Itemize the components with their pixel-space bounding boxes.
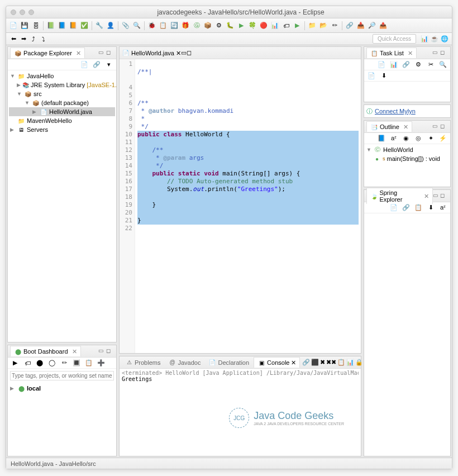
- tool-icon[interactable]: 🔗: [401, 60, 411, 70]
- tool-icon[interactable]: 📘: [376, 134, 387, 144]
- tool-icon[interactable]: ⬤: [35, 358, 45, 368]
- tool-icon[interactable]: 🔎: [367, 21, 377, 31]
- code-editor[interactable]: 145678910111213141516171819202122 /**| /…: [120, 59, 361, 353]
- console-tab[interactable]: ▣Console ✕: [254, 357, 300, 368]
- tool-icon[interactable]: 📄: [366, 71, 376, 81]
- close-icon[interactable]: ✕: [408, 50, 413, 57]
- tool-icon[interactable]: ◯: [47, 358, 57, 368]
- tool-icon[interactable]: ⬅: [8, 34, 18, 44]
- tool-icon[interactable]: 🔗: [302, 358, 310, 368]
- perspective-java-icon[interactable]: ☕: [430, 34, 440, 44]
- maximize-icon[interactable]: ◻: [440, 49, 448, 57]
- task-list-tab[interactable]: 📋 Task List ✕: [366, 47, 417, 58]
- local-node[interactable]: ▶⬤local: [9, 384, 115, 393]
- minimize-icon[interactable]: ▭: [181, 49, 187, 56]
- maximize-icon[interactable]: ◻: [187, 49, 192, 56]
- boot-filter-input[interactable]: [10, 371, 114, 380]
- tool-icon[interactable]: ✏: [59, 358, 69, 368]
- tool-icon[interactable]: ▶: [10, 358, 20, 368]
- tool-icon[interactable]: 📤: [378, 21, 388, 31]
- maximize-icon[interactable]: ◻: [106, 49, 114, 57]
- maximize-icon[interactable]: ◻: [106, 348, 114, 355]
- tool-icon[interactable]: ◉: [401, 134, 411, 144]
- folder-icon[interactable]: 📁: [307, 21, 317, 31]
- maximize-icon[interactable]: ◻: [440, 192, 448, 200]
- tool-icon[interactable]: ⬇: [426, 203, 436, 213]
- tool-icon[interactable]: ⬇: [379, 71, 389, 81]
- tool-icon[interactable]: 🍀: [247, 21, 257, 31]
- minimize-icon[interactable]: ▭: [433, 192, 441, 200]
- minimize-icon[interactable]: ▭: [98, 348, 106, 355]
- tool-icon[interactable]: 📗: [46, 21, 56, 31]
- close-icon[interactable]: ✕: [72, 348, 77, 355]
- connect-mylyn-link[interactable]: Connect Mylyn: [375, 108, 416, 115]
- run-button[interactable]: ▶: [236, 21, 246, 31]
- tool-icon[interactable]: 🔴: [259, 21, 269, 31]
- tool-icon[interactable]: 🔗: [401, 203, 411, 213]
- tool-icon[interactable]: ✏: [330, 21, 340, 31]
- default-package-node[interactable]: ▼📦(default package): [9, 98, 115, 107]
- tool-icon[interactable]: 📊: [389, 60, 399, 70]
- maven-project-node[interactable]: 📁MavenWebHello: [9, 116, 115, 125]
- outline-tab[interactable]: 📑 Outline ✕: [366, 121, 412, 132]
- java-file-node[interactable]: ▶📄HelloWorld.java: [9, 107, 115, 116]
- tool-icon[interactable]: 📦: [203, 21, 213, 31]
- minimize-icon[interactable]: ▭: [432, 49, 440, 57]
- debug-icon[interactable]: 🐛: [225, 21, 235, 31]
- tool-icon[interactable]: ➡: [18, 34, 28, 44]
- tool-icon[interactable]: 🔳: [71, 358, 82, 368]
- javadoc-tab[interactable]: @Javadoc: [165, 358, 204, 368]
- maximize-window-button[interactable]: [28, 9, 34, 15]
- package-explorer-tab[interactable]: 📦 Package Explorer ✕: [10, 47, 85, 58]
- close-icon[interactable]: ✕: [76, 50, 81, 57]
- tool-icon[interactable]: ⤴: [28, 34, 39, 44]
- tool-icon[interactable]: ✦: [426, 134, 436, 144]
- tool-icon[interactable]: 📊: [346, 358, 354, 368]
- tool-icon[interactable]: 🔍: [132, 21, 142, 31]
- tool-icon[interactable]: 📋: [84, 358, 94, 368]
- new-button[interactable]: 📄: [8, 21, 18, 31]
- tool-icon[interactable]: Ⓖ: [192, 21, 202, 31]
- tool-icon[interactable]: 🔒: [355, 358, 362, 368]
- tool-icon[interactable]: ⬛: [311, 358, 319, 368]
- save-button[interactable]: 💾: [20, 21, 30, 31]
- save-all-button[interactable]: 🗄: [31, 21, 41, 31]
- close-window-button[interactable]: [11, 9, 16, 15]
- remove-icon[interactable]: ✖: [320, 358, 325, 368]
- tool-icon[interactable]: 📋: [337, 358, 345, 368]
- tool-icon[interactable]: 🔗: [345, 21, 355, 31]
- tool-icon[interactable]: 🎁: [180, 21, 190, 31]
- tool-icon[interactable]: 📙: [68, 21, 78, 31]
- sort-icon[interactable]: aᶻ: [438, 203, 448, 213]
- tool-icon[interactable]: ◎: [413, 134, 423, 144]
- tool-icon[interactable]: 📄: [389, 203, 399, 213]
- tool-icon[interactable]: 🏷: [22, 358, 32, 368]
- close-icon[interactable]: ✕: [403, 123, 408, 131]
- menu-icon[interactable]: ▾: [104, 60, 114, 70]
- minimize-window-button[interactable]: [20, 9, 25, 15]
- editor-tab[interactable]: 📄 HelloWorld.java ✕: [122, 49, 181, 57]
- tool-icon[interactable]: 📋: [413, 203, 423, 213]
- tool-icon[interactable]: 🔧: [94, 21, 104, 31]
- debug-button[interactable]: 🐞: [147, 21, 157, 31]
- link-icon[interactable]: 🔗: [92, 60, 102, 70]
- tool-icon[interactable]: ⚡: [438, 134, 448, 144]
- src-folder-node[interactable]: ▼📦src: [9, 89, 115, 98]
- minimize-icon[interactable]: ▭: [98, 49, 106, 57]
- tool-icon[interactable]: ✂: [426, 60, 436, 70]
- sort-icon[interactable]: aᶻ: [389, 134, 399, 144]
- close-icon[interactable]: ✕: [176, 49, 181, 56]
- tool-icon[interactable]: 📥: [356, 21, 366, 31]
- jre-library-node[interactable]: ▶📚JRE System Library [JavaSE-1.8]: [9, 80, 115, 89]
- tool-icon[interactable]: ▶: [292, 21, 302, 31]
- tool-icon[interactable]: 📎: [121, 21, 131, 31]
- maximize-icon[interactable]: ◻: [440, 123, 448, 131]
- tool-icon[interactable]: ⤵: [39, 34, 49, 44]
- collapse-icon[interactable]: 📄: [79, 60, 89, 70]
- declaration-tab[interactable]: 📄Declaration: [205, 358, 252, 368]
- tool-icon[interactable]: ⚙: [214, 21, 224, 31]
- refresh-button[interactable]: 🔄: [169, 21, 179, 31]
- tool-icon[interactable]: 📘: [57, 21, 67, 31]
- tool-icon[interactable]: 🏷: [281, 21, 291, 31]
- tool-icon[interactable]: 📋: [158, 21, 168, 31]
